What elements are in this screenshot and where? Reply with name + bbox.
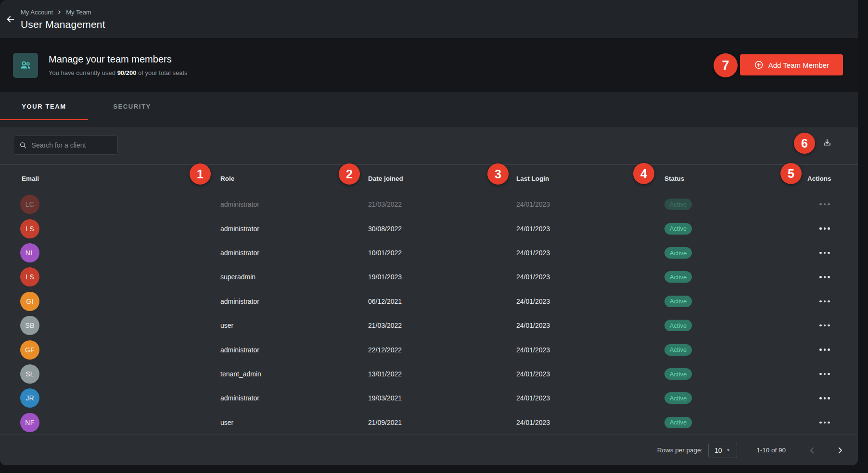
row-actions-menu-icon[interactable]: [818, 300, 831, 303]
cell-role: superadmin: [220, 273, 368, 281]
row-actions-menu-icon[interactable]: [818, 373, 831, 375]
cell-last-login: 24/01/2023: [516, 322, 664, 329]
row-actions-menu-icon[interactable]: [818, 324, 831, 327]
status-badge: Active: [664, 223, 692, 235]
annotation-marker-3: 3: [487, 163, 509, 185]
cell-date-joined: 30/08/2022: [368, 225, 516, 233]
row-actions-menu-icon[interactable]: [818, 227, 831, 230]
cell-role: administrator: [220, 249, 368, 257]
add-team-member-button[interactable]: Add Team Member: [740, 54, 843, 75]
status-badge: Active: [664, 247, 692, 259]
avatar: LS: [20, 267, 39, 286]
cell-last-login: 24/01/2023: [516, 200, 664, 208]
rows-per-page-value: 10: [715, 447, 722, 454]
row-actions-menu-icon[interactable]: [818, 252, 831, 254]
cell-date-joined: 13/01/2022: [368, 370, 516, 378]
table-row: SL tenant_admin 13/01/2022 24/01/2023 Ac…: [0, 362, 858, 386]
status-badge: Active: [664, 199, 692, 210]
search-box[interactable]: [13, 136, 118, 155]
team-members-icon: [13, 53, 38, 78]
table-row: SB user 21/03/2022 24/01/2023 Active: [0, 313, 858, 337]
rows-per-page-label: Rows per page:: [657, 447, 703, 454]
add-button-label: Add Team Member: [768, 61, 829, 69]
avatar: SB: [20, 316, 39, 335]
cell-last-login: 24/01/2023: [516, 419, 664, 426]
breadcrumb-chevron-icon: [57, 10, 62, 14]
top-header-bar: My Account My Team User Management: [0, 0, 858, 38]
search-input[interactable]: [32, 141, 112, 149]
cell-date-joined: 22/12/2022: [368, 346, 516, 354]
subtitle-prefix: You have currently used: [49, 69, 117, 76]
cell-role: user: [220, 322, 368, 329]
tab-list: YOUR TEAM SECURITY: [0, 92, 858, 120]
avatar: NF: [20, 413, 39, 432]
avatar: GI: [20, 292, 39, 311]
cell-last-login: 24/01/2023: [516, 225, 664, 233]
search-icon: [19, 141, 27, 149]
table-row: GF administrator 22/12/2022 24/01/2023 A…: [0, 337, 858, 361]
table-header-row: Email Role Date joined Last Login Status…: [0, 164, 858, 192]
table-toolbar: [0, 127, 858, 164]
status-badge: Active: [664, 296, 692, 307]
team-table-panel: Email Role Date joined Last Login Status…: [0, 127, 858, 465]
avatar: NL: [20, 243, 39, 262]
row-actions-menu-icon[interactable]: [818, 397, 831, 399]
cell-date-joined: 10/01/2022: [368, 249, 516, 257]
status-badge: Active: [664, 344, 692, 356]
caret-down-icon: [726, 448, 731, 453]
status-badge: Active: [664, 368, 692, 380]
cell-role: administrator: [220, 298, 368, 305]
banner-subtitle: You have currently used 90/200 of your t…: [49, 69, 188, 76]
pagination-range: 1-10 of 90: [756, 447, 786, 454]
table-row: LC administrator 21/03/2022 24/01/2023 A…: [0, 192, 858, 216]
annotation-marker-2: 2: [339, 163, 360, 185]
breadcrumb-my-team[interactable]: My Team: [66, 9, 91, 16]
annotation-marker-7: 7: [714, 53, 738, 77]
row-actions-menu-icon[interactable]: [818, 276, 831, 278]
tab-security[interactable]: SECURITY: [88, 92, 176, 120]
cell-role: administrator: [220, 225, 368, 233]
cell-last-login: 24/01/2023: [516, 394, 664, 402]
row-actions-menu-icon[interactable]: [818, 203, 831, 206]
cell-date-joined: 21/09/2021: [368, 419, 516, 426]
cell-role: administrator: [220, 394, 368, 402]
rows-per-page-select[interactable]: 10: [708, 443, 737, 458]
cell-date-joined: 06/12/2021: [368, 298, 516, 305]
annotation-marker-6: 6: [794, 133, 815, 154]
avatar: JR: [20, 388, 39, 408]
status-badge: Active: [664, 271, 692, 283]
table-row: NF user 21/09/2021 24/01/2023 Active: [0, 411, 858, 435]
avatar: SL: [20, 364, 39, 384]
row-actions-menu-icon[interactable]: [818, 349, 831, 351]
status-badge: Active: [664, 320, 692, 331]
next-page-icon[interactable]: [834, 444, 846, 457]
download-icon[interactable]: [818, 134, 836, 151]
tabs-band: YOUR TEAM SECURITY: [0, 92, 858, 127]
cell-date-joined: 19/03/2021: [368, 394, 516, 402]
status-badge: Active: [664, 392, 692, 404]
cell-last-login: 24/01/2023: [516, 346, 664, 354]
page-title: User Management: [21, 19, 105, 30]
cell-last-login: 24/01/2023: [516, 298, 664, 305]
back-arrow-icon[interactable]: [4, 12, 17, 26]
cell-last-login: 24/01/2023: [516, 370, 664, 378]
cell-role: administrator: [220, 200, 368, 208]
table-row: LS superadmin 19/01/2023 24/01/2023 Acti…: [0, 265, 858, 289]
cell-date-joined: 19/01/2023: [368, 273, 516, 281]
avatar: LC: [20, 195, 39, 214]
column-header-actions: Actions: [807, 175, 858, 182]
tab-your-team[interactable]: YOUR TEAM: [0, 92, 88, 120]
cell-last-login: 24/01/2023: [516, 249, 664, 257]
cell-role: tenant_admin: [220, 370, 368, 378]
breadcrumb-my-account[interactable]: My Account: [21, 9, 53, 16]
row-actions-menu-icon[interactable]: [818, 422, 831, 424]
avatar: LS: [20, 219, 39, 238]
cell-last-login: 24/01/2023: [516, 273, 664, 281]
cell-role: user: [220, 419, 368, 426]
cell-role: administrator: [220, 346, 368, 354]
avatar: GF: [20, 340, 39, 360]
previous-page-icon[interactable]: [806, 444, 818, 457]
subtitle-suffix: of your total seats: [136, 69, 187, 76]
table-row: GI administrator 06/12/2021 24/01/2023 A…: [0, 289, 858, 313]
status-badge: Active: [664, 417, 692, 428]
